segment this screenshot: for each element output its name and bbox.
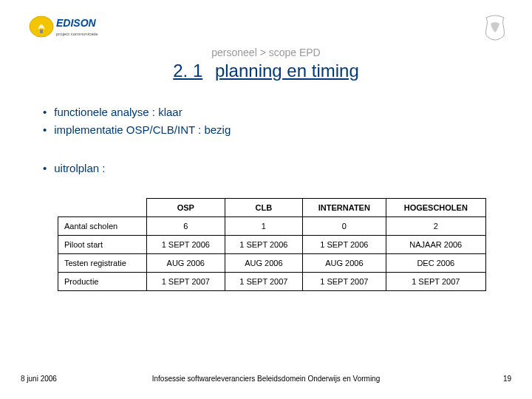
col-header: INTERNATEN: [303, 199, 386, 217]
col-header: CLB: [225, 199, 303, 217]
cell: 1 SEPT 2006: [147, 236, 225, 254]
footer-page-number: 19: [503, 375, 511, 383]
lion-crest-icon: [479, 13, 511, 46]
cell: 1 SEPT 2007: [147, 273, 225, 291]
edison-logo: EDISON project communicatie: [28, 13, 117, 40]
footer-caption: Infosessie softwareleveranciers Beleidsd…: [0, 375, 532, 383]
cell: AUG 2006: [225, 254, 303, 273]
table-row: Productie 1 SEPT 2007 1 SEPT 2007 1 SEPT…: [58, 273, 486, 291]
title-number: 2. 1: [173, 61, 202, 81]
schedule-table: OSP CLB INTERNATEN HOGESCHOLEN Aantal sc…: [58, 198, 486, 291]
cell: 6: [147, 217, 225, 236]
table-row: Aantal scholen 6 1 0 2: [58, 217, 486, 236]
cell: 1 SEPT 2007: [303, 273, 386, 291]
cell: 1 SEPT 2007: [225, 273, 303, 291]
bullet-item: functionele analyse : klaar: [43, 103, 231, 121]
breadcrumb: personeel > scope EPD: [0, 47, 532, 58]
cell: 2: [386, 217, 485, 236]
bullet-list: functionele analyse : klaar implementati…: [43, 103, 231, 177]
title-text: planning en timing: [215, 61, 359, 81]
cell: 0: [303, 217, 386, 236]
col-header: OSP: [147, 199, 225, 217]
svg-text:EDISON: EDISON: [56, 17, 97, 29]
table-header-row: OSP CLB INTERNATEN HOGESCHOLEN: [58, 199, 486, 217]
cell: AUG 2006: [147, 254, 225, 273]
row-label: Aantal scholen: [58, 217, 147, 236]
table-row: Piloot start 1 SEPT 2006 1 SEPT 2006 1 S…: [58, 236, 486, 254]
page-title: 2. 1 planning en timing: [0, 61, 532, 81]
bullet-item: implementatie OSP/CLB/INT : bezig: [43, 121, 231, 139]
row-label: Productie: [58, 273, 147, 291]
table-corner: [58, 199, 147, 217]
svg-text:project communicatie: project communicatie: [56, 32, 98, 36]
row-label: Testen registratie: [58, 254, 147, 273]
cell: DEC 2006: [386, 254, 485, 273]
cell: AUG 2006: [303, 254, 386, 273]
cell: 1 SEPT 2006: [225, 236, 303, 254]
row-label: Piloot start: [58, 236, 147, 254]
bullet-item: uitrolplan :: [43, 160, 231, 177]
cell: 1 SEPT 2006: [303, 236, 386, 254]
cell: NAJAAR 2006: [386, 236, 485, 254]
cell: 1: [225, 217, 303, 236]
svg-rect-1: [40, 30, 43, 33]
cell: 1 SEPT 2007: [386, 273, 485, 291]
col-header: HOGESCHOLEN: [386, 199, 485, 217]
table-row: Testen registratie AUG 2006 AUG 2006 AUG…: [58, 254, 486, 273]
